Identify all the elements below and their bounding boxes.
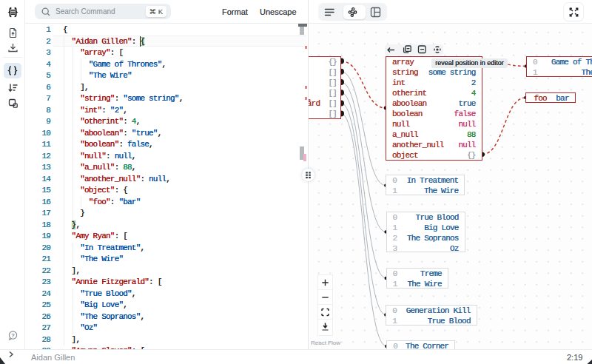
svg-text:?: ? <box>11 332 15 339</box>
